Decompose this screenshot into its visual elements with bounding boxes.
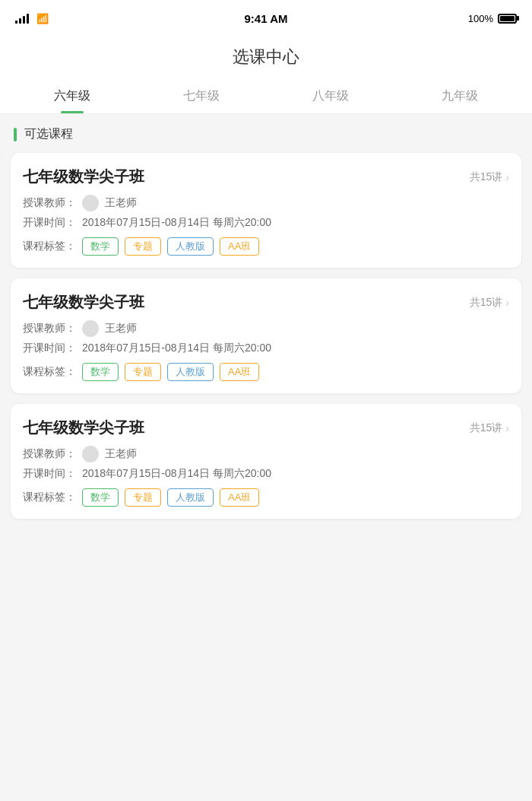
chevron-right-icon: › bbox=[505, 171, 509, 183]
course-title: 七年级数学尖子班 bbox=[23, 418, 144, 438]
status-bar: 📶 9:41 AM 100% bbox=[0, 0, 532, 33]
tab-grade-6[interactable]: 六年级 bbox=[42, 78, 103, 113]
course-tag: AA班 bbox=[220, 363, 259, 381]
course-tag: 数学 bbox=[82, 488, 119, 507]
tab-grade-8[interactable]: 八年级 bbox=[300, 78, 361, 113]
tags-label: 课程标签： bbox=[23, 365, 76, 379]
section-bar-decoration bbox=[14, 128, 17, 141]
course-card[interactable]: 七年级数学尖子班 共15讲 › 授课教师： 王老师 开课时间： 2018年07月… bbox=[11, 278, 521, 393]
teacher-name: 王老师 bbox=[105, 447, 137, 461]
tab-grade-7[interactable]: 七年级 bbox=[171, 78, 232, 113]
tags-label: 课程标签： bbox=[23, 240, 76, 253]
course-tag: 人教版 bbox=[167, 237, 214, 256]
section-header: 可选课程 bbox=[11, 126, 521, 142]
chevron-right-icon: › bbox=[505, 297, 509, 309]
status-right: 100% bbox=[468, 13, 517, 24]
wifi-icon: 📶 bbox=[36, 13, 49, 24]
course-tag: 专题 bbox=[125, 488, 161, 507]
course-tags: 课程标签： 数学专题人教版AA班 bbox=[23, 488, 509, 507]
course-card[interactable]: 七年级数学尖子班 共15讲 › 授课教师： 王老师 开课时间： 2018年07月… bbox=[11, 153, 521, 268]
battery-percentage: 100% bbox=[468, 13, 493, 24]
course-count: 共15讲 bbox=[470, 421, 503, 435]
course-tag: AA班 bbox=[220, 488, 259, 507]
section-title: 可选课程 bbox=[24, 126, 73, 142]
course-card[interactable]: 七年级数学尖子班 共15讲 › 授课教师： 王老师 开课时间： 2018年07月… bbox=[11, 404, 521, 519]
course-tag: 数学 bbox=[82, 363, 119, 381]
course-tag: AA班 bbox=[220, 237, 259, 256]
course-card-header: 七年级数学尖子班 共15讲 › bbox=[23, 292, 509, 313]
teacher-avatar bbox=[82, 195, 99, 211]
course-tag: 数学 bbox=[82, 237, 119, 256]
course-card-header: 七年级数学尖子班 共15讲 › bbox=[23, 418, 509, 438]
course-teacher: 授课教师： 王老师 bbox=[23, 195, 509, 211]
course-card-header: 七年级数学尖子班 共15讲 › bbox=[23, 167, 509, 187]
course-list: 七年级数学尖子班 共15讲 › 授课教师： 王老师 开课时间： 2018年07月… bbox=[11, 153, 521, 519]
teacher-name: 王老师 bbox=[105, 322, 137, 335]
course-tag: 专题 bbox=[125, 237, 161, 256]
status-time: 9:41 AM bbox=[245, 12, 288, 25]
battery-fill bbox=[500, 16, 515, 21]
header: 选课中心 bbox=[0, 33, 532, 78]
course-tag: 人教版 bbox=[167, 363, 214, 381]
course-title: 七年级数学尖子班 bbox=[23, 292, 144, 313]
teacher-avatar bbox=[82, 446, 99, 462]
tags-label: 课程标签： bbox=[23, 491, 76, 504]
tab-grade-9[interactable]: 九年级 bbox=[429, 78, 490, 113]
time-label: 开课时间： bbox=[23, 467, 76, 481]
teacher-label: 授课教师： bbox=[23, 322, 76, 335]
course-tag: 人教版 bbox=[167, 488, 214, 507]
course-meta: 共15讲 › bbox=[470, 421, 509, 435]
main-content: 可选课程 七年级数学尖子班 共15讲 › 授课教师： 王老师 开课时间： 201… bbox=[0, 114, 532, 542]
course-count: 共15讲 bbox=[470, 296, 503, 310]
chevron-right-icon: › bbox=[505, 422, 509, 434]
time-label: 开课时间： bbox=[23, 216, 76, 230]
course-time: 开课时间： 2018年07月15日-08月14日 每周六20:00 bbox=[23, 342, 509, 355]
teacher-label: 授课教师： bbox=[23, 447, 76, 461]
course-teacher: 授课教师： 王老师 bbox=[23, 446, 509, 462]
time-value: 2018年07月15日-08月14日 每周六20:00 bbox=[82, 467, 271, 481]
course-count: 共15讲 bbox=[470, 170, 503, 184]
teacher-name: 王老师 bbox=[105, 196, 137, 210]
teacher-label: 授课教师： bbox=[23, 196, 76, 210]
battery-icon bbox=[498, 14, 517, 24]
course-teacher: 授课教师： 王老师 bbox=[23, 320, 509, 337]
time-value: 2018年07月15日-08月14日 每周六20:00 bbox=[82, 342, 271, 355]
course-tags: 课程标签： 数学专题人教版AA班 bbox=[23, 363, 509, 381]
signal-icon bbox=[15, 13, 29, 24]
course-meta: 共15讲 › bbox=[470, 170, 509, 184]
course-title: 七年级数学尖子班 bbox=[23, 167, 144, 187]
status-left: 📶 bbox=[15, 13, 49, 24]
page-title: 选课中心 bbox=[15, 46, 517, 68]
course-tags: 课程标签： 数学专题人教版AA班 bbox=[23, 237, 509, 256]
teacher-avatar bbox=[82, 320, 99, 337]
course-time: 开课时间： 2018年07月15日-08月14日 每周六20:00 bbox=[23, 216, 509, 230]
course-time: 开课时间： 2018年07月15日-08月14日 每周六20:00 bbox=[23, 467, 509, 481]
time-label: 开课时间： bbox=[23, 342, 76, 355]
course-tag: 专题 bbox=[125, 363, 161, 381]
grade-tabs: 六年级 七年级 八年级 九年级 bbox=[0, 78, 532, 114]
course-meta: 共15讲 › bbox=[470, 296, 509, 310]
time-value: 2018年07月15日-08月14日 每周六20:00 bbox=[82, 216, 271, 230]
